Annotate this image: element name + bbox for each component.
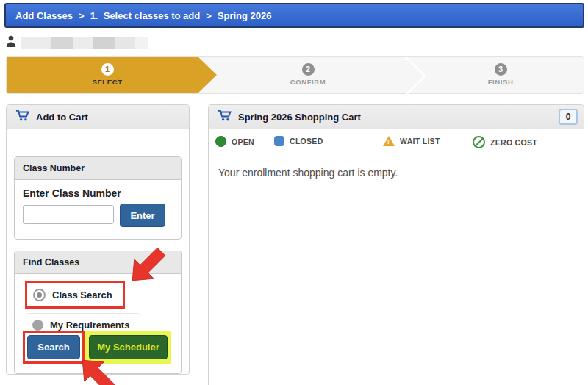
legend-zero-cost: ZERO COST	[473, 136, 537, 148]
radio-label: Class Search	[52, 289, 112, 301]
step-number: 3	[495, 63, 507, 76]
closed-status-icon	[274, 136, 284, 146]
cart-count-badge: 0	[559, 109, 578, 125]
waitlist-status-icon: !	[383, 136, 395, 146]
class-number-input[interactable]	[23, 205, 114, 224]
annotation-box-search: Search	[23, 331, 85, 364]
person-icon	[6, 35, 16, 51]
breadcrumb-separator: >	[79, 10, 85, 21]
empty-cart-message: Your enrollment shopping cart is empty.	[218, 167, 398, 179]
class-number-header: Class Number	[15, 157, 181, 180]
enter-class-number-label: Enter Class Number	[23, 187, 173, 199]
panel-title: Spring 2026 Shopping Cart	[238, 112, 361, 123]
enter-button[interactable]: Enter	[120, 204, 165, 227]
panel-title: Add to Cart	[36, 112, 88, 123]
waitlist-exclamation: !	[387, 139, 390, 146]
add-to-cart-header: Add to Cart	[7, 105, 189, 129]
step-separator-chevron	[386, 56, 426, 96]
legend-open: OPEN	[215, 136, 254, 147]
page-title-bar: Add Classes > 1. Select classes to add >…	[4, 3, 584, 28]
legend-closed: CLOSED	[274, 136, 323, 146]
breadcrumb-add-classes: Add Classes	[15, 10, 73, 21]
stepper-step-finish: 3 FINISH	[456, 62, 545, 86]
radio-selected-icon[interactable]	[33, 289, 46, 301]
radio-label: My Requirements	[50, 320, 129, 331]
legend-label: CLOSED	[290, 137, 323, 145]
legend-label: OPEN	[232, 137, 254, 146]
enrollment-stepper: 1 SELECT 2 CONFIRM 3 FINISH	[6, 56, 584, 94]
add-to-cart-panel: Add to Cart Class Number Enter Class Num…	[6, 104, 190, 375]
my-scheduler-button[interactable]: My Scheduler	[89, 335, 168, 359]
annotation-box-class-search: Class Search	[25, 281, 125, 309]
step-label: CONFIRM	[264, 78, 352, 86]
search-button[interactable]: Search	[27, 335, 80, 359]
shopping-cart-header: Spring 2026 Shopping Cart 0	[209, 105, 584, 129]
legend-label: ZERO COST	[490, 138, 537, 147]
legend-label: WAIT LIST	[400, 137, 440, 145]
step-number: 1	[101, 63, 114, 76]
class-number-box: Class Number Enter Class Number Enter	[14, 156, 182, 240]
stepper-step-confirm: 2 CONFIRM	[264, 62, 352, 86]
redacted-user-name	[21, 37, 148, 49]
step-label: SELECT	[63, 78, 151, 86]
breadcrumb-step: 1. Select classes to add	[90, 10, 201, 21]
step-number: 2	[302, 63, 315, 76]
legend-wait-list: ! WAIT LIST	[383, 136, 440, 146]
zero-cost-status-icon	[473, 136, 485, 148]
user-row	[6, 35, 148, 50]
breadcrumb-separator: >	[206, 10, 212, 21]
shopping-cart-panel: Spring 2026 Shopping Cart 0 OPEN CLOSED …	[208, 104, 584, 385]
stepper-step-select: 1 SELECT	[63, 62, 151, 86]
open-status-icon	[215, 136, 226, 147]
cart-icon	[218, 109, 232, 124]
class-search-option[interactable]: Class Search	[27, 283, 123, 306]
breadcrumb-term: Spring 2026	[218, 10, 272, 21]
radio-unselected-icon[interactable]	[32, 320, 43, 331]
step-label: FINISH	[456, 78, 545, 86]
cart-icon	[15, 109, 29, 124]
